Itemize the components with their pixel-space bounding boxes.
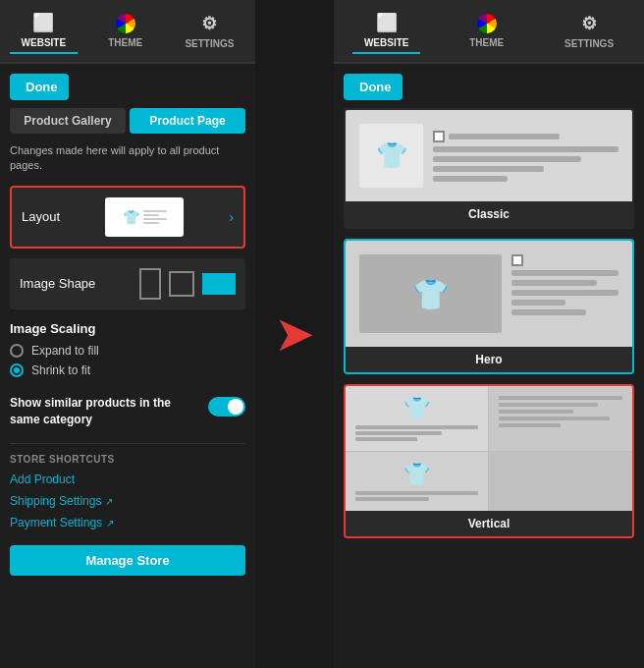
classic-image-placeholder: 👕 [359,124,423,188]
nav-theme[interactable]: THEME [96,10,154,52]
vert-cell-top-right [489,386,632,452]
right-nav-website[interactable]: ⬜ WEBSITE [352,8,421,54]
classic-shirt-icon: 👕 [376,140,407,171]
left-top-nav: ⬜ WEBSITE THEME ⚙ SETTINGS [0,0,255,64]
classic-line-3 [433,156,581,162]
theme-label: THEME [108,37,142,48]
vert-line-r5 [499,423,561,427]
theme-icon [116,14,135,33]
hero-shirt-icon: 👕 [412,277,449,311]
vert-line-1c [355,437,417,441]
classic-checkbox [433,131,445,142]
hero-top: 👕 [359,254,618,333]
classic-line-4 [433,166,544,172]
settings-label: SETTINGS [185,38,234,49]
arrow-container: ➤ [255,0,334,668]
vert-cell-top-left: 👕 [346,386,489,452]
done-button[interactable]: Done [10,74,69,100]
right-nav-settings[interactable]: ⚙ SETTINGS [553,9,625,53]
right-done-button[interactable]: Done [344,74,402,100]
image-shape-label: Image Shape [20,276,95,291]
classic-check-row [433,131,618,142]
hero-label: Hero [346,347,632,372]
manage-store-button[interactable]: Manage Store [10,545,245,576]
right-top-nav: ⬜ WEBSITE THEME ⚙ SETTINGS [334,0,644,64]
right-website-icon: ⬜ [376,12,398,33]
website-label: WEBSITE [22,37,67,48]
vert-line-r1 [499,396,622,400]
preview-line-3 [143,218,167,220]
shape-landscape[interactable] [202,273,236,295]
shipping-label: Shipping Settings [10,494,101,508]
shape-square[interactable] [169,271,194,297]
right-nav-theme[interactable]: THEME [457,10,515,52]
toggle-similar-switch[interactable] [208,397,245,417]
vert-line-1a [355,425,478,429]
add-product-link[interactable]: Add Product [10,473,245,486]
payment-label: Payment Settings [10,516,102,529]
vert-line-1b [355,431,442,435]
vertical-visual: 👕 👕 [346,386,632,511]
classic-visual: 👕 [346,110,632,201]
nav-settings[interactable]: ⚙ SETTINGS [173,9,245,53]
left-panel: ⬜ WEBSITE THEME ⚙ SETTINGS Done Product … [0,0,255,668]
shape-portrait[interactable] [139,268,161,300]
classic-text-area [433,131,618,182]
scaling-title: Image Scaling [10,321,245,336]
nav-website[interactable]: ⬜ WEBSITE [10,8,79,54]
classic-line-5 [433,176,508,182]
hero-check-row [511,254,618,266]
vertical-label: Vertical [346,511,632,536]
layout-card-vertical[interactable]: 👕 👕 [344,384,634,538]
add-product-label: Add Product [10,473,75,486]
layout-card-classic[interactable]: 👕 Classic [344,108,634,229]
hero-line-2 [511,280,597,286]
hero-line-5 [511,309,586,315]
external-link-icon-1: ↗ [105,496,113,507]
vert-line-r2 [499,403,598,407]
hero-line-1 [511,270,618,276]
hero-line-3 [511,290,618,296]
radio-shrink-label: Shrink to fit [31,363,90,377]
vert-line-r4 [499,417,610,420]
right-settings-label: SETTINGS [564,38,614,49]
preview-line-1 [143,210,167,212]
vert-lines-1 [355,425,478,441]
vert-shirt-1: 👕 [403,396,430,421]
vert-cell-bottom-right [489,452,632,511]
payment-settings-link[interactable]: Payment Settings ↗ [10,516,245,529]
classic-line-1 [449,134,560,139]
classic-line-2 [433,146,618,152]
chevron-right-icon: › [229,209,234,225]
hero-text-area [511,254,618,333]
layout-row[interactable]: Layout 👕 › [10,186,245,249]
settings-icon: ⚙ [201,13,217,34]
preview-lines [143,210,167,224]
vert-line-2a [355,491,478,495]
right-settings-icon: ⚙ [581,13,597,34]
vert-cell-bottom-left: 👕 [346,452,489,511]
tab-product-page[interactable]: Product Page [130,108,245,134]
info-text: Changes made here will apply to all prod… [10,143,245,174]
hero-image-placeholder: 👕 [359,254,502,333]
layout-cards: 👕 Classic 👕 [334,108,644,668]
radio-shrink[interactable]: Shrink to fit [10,363,245,377]
right-theme-icon [477,14,497,33]
image-scaling-section: Image Scaling Expand to fill Shrink to f… [10,321,245,383]
right-panel: ⬜ WEBSITE THEME ⚙ SETTINGS Done 👕 [334,0,644,668]
shortcuts-title: STORE SHORTCUTS [10,454,245,465]
right-theme-label: THEME [469,37,504,48]
vert-lines-2 [355,491,478,501]
website-icon: ⬜ [32,12,54,33]
preview-shirt-icon: 👕 [123,209,139,225]
shipping-settings-link[interactable]: Shipping Settings ↗ [10,494,245,508]
toggle-similar-row: Show similar products in the same catego… [10,395,245,428]
vert-shirt-2: 👕 [403,462,430,487]
tab-product-gallery[interactable]: Product Gallery [10,108,126,134]
toggle-similar-label: Show similar products in the same catego… [10,395,200,428]
layout-label: Layout [22,209,60,224]
hero-checkbox [511,254,523,266]
preview-line-4 [143,222,159,224]
layout-card-hero[interactable]: 👕 Hero [344,239,634,374]
radio-expand[interactable]: Expand to fill [10,344,245,358]
